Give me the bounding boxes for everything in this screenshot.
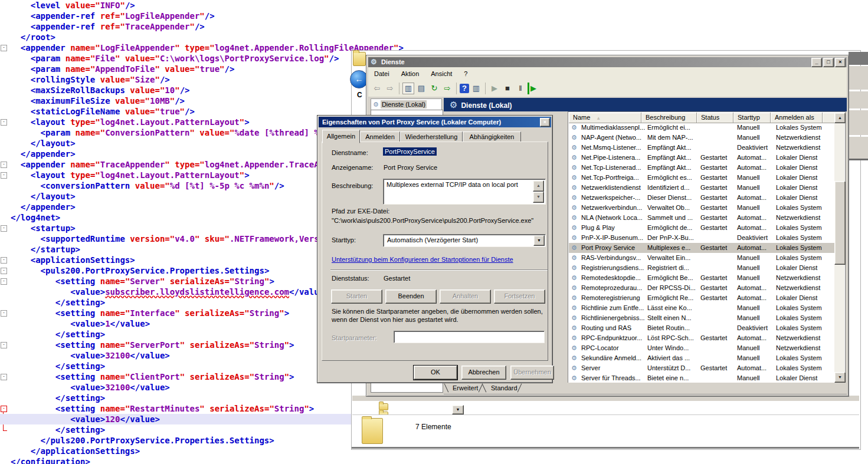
cell-desc: Verwaltet Ob... (647, 203, 690, 212)
table-row[interactable]: ⚙Registrierungsdiens...Registriert di...… (569, 263, 834, 273)
table-row[interactable]: ⚙Routing und RASBietet Routin...Deaktivi… (569, 323, 834, 333)
table-row[interactable]: ⚙Server für Threads...Bietet eine n...Ma… (569, 373, 834, 383)
table-row[interactable]: ⚙PnP-X-IP-Busenum...Der PnP-X-Bu...Deakt… (569, 233, 834, 243)
table-row[interactable]: ⚙RPC-Endpunktzuor...Löst RPC-Sch...Gesta… (569, 333, 834, 343)
abbrechen-button[interactable]: Abbrechen (461, 366, 506, 380)
anhalten-button[interactable]: Anhalten (440, 289, 491, 304)
ok-button[interactable]: OK (414, 366, 457, 380)
code-line: </setting> (0, 424, 367, 435)
table-row[interactable]: ⚙ServerUnterstützt D...GestartetAutomat.… (569, 363, 834, 373)
restart-service-icon[interactable]: ▶ (528, 83, 538, 94)
fold-marker-icon[interactable]: - (1, 162, 7, 168)
fold-marker-icon[interactable]: - (1, 374, 7, 380)
table-row[interactable]: ⚙Net.Pipe-Listenera...Empfängt Akt...Ges… (569, 153, 834, 163)
fortsetzen-button[interactable]: Fortsetzen (494, 289, 545, 304)
properties-icon[interactable]: ▤ (415, 83, 427, 94)
titlebar[interactable]: ⚙ Dienste _□× (368, 57, 847, 67)
code-editor[interactable]: <level value="INFO"/> <appender-ref ref=… (0, 0, 367, 464)
help-icon[interactable]: ? (460, 84, 469, 93)
table-row[interactable]: ⚙RemoteregistrierungErmöglicht Re...Gest… (569, 293, 834, 303)
tab-erweitert[interactable]: Erweitert (453, 383, 478, 393)
table-row[interactable]: ⚙Remotedesktopdie...Ermöglicht Be...Gest… (569, 273, 834, 283)
close-icon[interactable]: × (540, 118, 550, 127)
startoptionen-link[interactable]: Unterstützung beim Konfigurieren der Sta… (332, 256, 513, 263)
cell-name: Remotedesktopdie... (581, 274, 641, 282)
fold-marker-icon[interactable]: - (1, 278, 7, 285)
table-row[interactable]: ⚙Net.Tcp-Listenerad...Empfängt Akt...Ges… (569, 163, 834, 173)
uebernehmen-button[interactable]: Übernehmen (510, 366, 554, 380)
table-row[interactable]: ⚙NAP-Agent (Netwo...Mit dem NAP-...Manue… (569, 133, 834, 143)
table-row[interactable]: ⚙Net.Msmq-Listener...Empfängt Akt...Deak… (569, 143, 834, 153)
column-header-status[interactable]: Status (697, 113, 733, 123)
table-row[interactable]: ⚙Plug & PlayErmöglicht de...GestartetAut… (569, 223, 834, 233)
minimize-icon[interactable]: _ (811, 58, 822, 67)
fold-marker-icon[interactable]: - (1, 257, 7, 264)
table-row[interactable]: ⚙Richtlinienergebniss...Stellt einen N..… (569, 313, 834, 323)
menu-item-[interactable]: ? (458, 67, 473, 77)
table-row[interactable]: ⚙NLA (Network Loca...Sammelt und ...Gest… (569, 213, 834, 223)
startparameter-input[interactable] (394, 331, 545, 343)
scroll-down-icon[interactable]: ▼ (533, 192, 544, 203)
pause-service-icon[interactable]: ‖ (515, 83, 526, 94)
dropdown-arrow-icon[interactable]: ▼ (452, 405, 464, 414)
console-window-icon[interactable]: ▥ (470, 83, 482, 94)
fold-marker-icon[interactable]: - (1, 119, 7, 126)
vertical-scrollbar[interactable]: ▲ ▼ (834, 113, 844, 383)
forward-icon[interactable]: ⇨ (384, 83, 396, 94)
refresh-icon[interactable]: ↻ (428, 83, 440, 94)
starten-button[interactable]: Starten (331, 289, 382, 304)
fold-marker-icon[interactable]: - (1, 172, 7, 179)
table-row[interactable]: ⚙Netzwerkverbindun...Verwaltet Ob...Gest… (569, 203, 834, 213)
table-row[interactable]: ⚙RAS-Verbindungsv...Verwaltet Ein...Manu… (569, 253, 834, 263)
service-gear-icon: ⚙ (571, 243, 577, 252)
table-row[interactable]: ⚙Multimediaklassenpl...Ermöglicht ei...M… (569, 123, 834, 133)
table-row[interactable]: ⚙RPC-LocatorUnter Windo...ManuellNetzwer… (569, 343, 834, 353)
scroll-up-icon[interactable]: ▲ (834, 113, 846, 123)
tab-standard[interactable]: Standard (491, 383, 517, 393)
fold-marker-icon[interactable]: - (1, 225, 7, 232)
table-row[interactable]: ⚙Port Proxy ServiceMultiplexes e...Gesta… (569, 243, 834, 253)
export-list-icon[interactable]: ⇨ (441, 83, 453, 94)
tree-root-item[interactable]: ⚙Dienste (Lokal) (371, 98, 442, 111)
menu-item-ansicht[interactable]: Ansicht (425, 67, 458, 77)
table-row[interactable]: ⚙Remoteprozedurau...Der RPCSS-Di...Gesta… (569, 283, 834, 293)
dialog-titlebar[interactable]: Eigenschaften von Port Proxy Service (Lo… (319, 117, 551, 127)
column-header-filler[interactable] (823, 113, 835, 123)
close-icon[interactable]: × (835, 58, 846, 67)
dialog-title: Eigenschaften von Port Proxy Service (Lo… (322, 119, 501, 126)
starttyp-select[interactable]: Automatisch (Verzögerter Start) ▼ (383, 234, 546, 247)
table-row[interactable]: ⚙Richtlinie zum Entfe...Lässt eine Ko...… (569, 303, 834, 313)
column-header-beschreibung[interactable]: Beschreibung (641, 113, 697, 123)
table-row[interactable]: ⚙Netzwerkspeicher-...Dieser Dienst...Ges… (569, 193, 834, 203)
cell-name: Server (581, 364, 600, 373)
dienstname-value[interactable]: PortProxyService (383, 147, 437, 156)
table-row[interactable]: ⚙NetzwerklistendienstIdentifiziert d...G… (569, 183, 834, 193)
scroll-up-icon[interactable]: ▲ (533, 180, 544, 192)
tab-allgemein[interactable]: Allgemein (322, 130, 360, 143)
stop-service-icon[interactable]: ■ (502, 83, 513, 94)
chevron-down-icon[interactable]: ▼ (533, 235, 545, 246)
beschreibung-textbox[interactable]: Multiplexes external TCP/IP data on loca… (383, 179, 546, 205)
fold-marker-icon[interactable]: - (1, 342, 7, 348)
table-row[interactable]: ⚙Net.Tcp-Portfreiga...Ermöglicht es...Ge… (569, 173, 834, 183)
scrollbar-thumb[interactable] (834, 181, 846, 265)
view-tabs: Erweitert Standard (444, 383, 847, 394)
maximize-icon[interactable]: □ (823, 58, 834, 67)
cell-start: Manuell (737, 274, 760, 282)
table-row[interactable]: ⚙Sekundäre Anmeld...Aktiviert das ...Man… (569, 353, 834, 363)
fold-marker-icon[interactable]: - (1, 406, 7, 412)
menu-item-datei[interactable]: Datei (368, 67, 395, 77)
column-header-starttyp[interactable]: Starttyp (733, 113, 771, 123)
fold-marker-icon[interactable]: - (1, 45, 7, 51)
back-icon[interactable]: ⇦ (371, 83, 383, 94)
fold-marker-icon[interactable]: - (1, 268, 7, 274)
column-header-name[interactable]: Name▲ (569, 113, 641, 123)
fold-marker-icon[interactable]: - (1, 310, 7, 317)
menu-item-aktion[interactable]: Aktion (395, 67, 425, 77)
beenden-button[interactable]: Beenden (385, 289, 437, 304)
scroll-down-icon[interactable]: ▼ (834, 372, 846, 383)
column-header-anmeldenals[interactable]: Anmelden als (771, 113, 823, 123)
start-service-icon[interactable]: ▶ (489, 83, 500, 94)
show-console-tree-icon[interactable]: ▥ (402, 83, 414, 94)
cell-desc: Dieser Dienst... (647, 193, 692, 202)
